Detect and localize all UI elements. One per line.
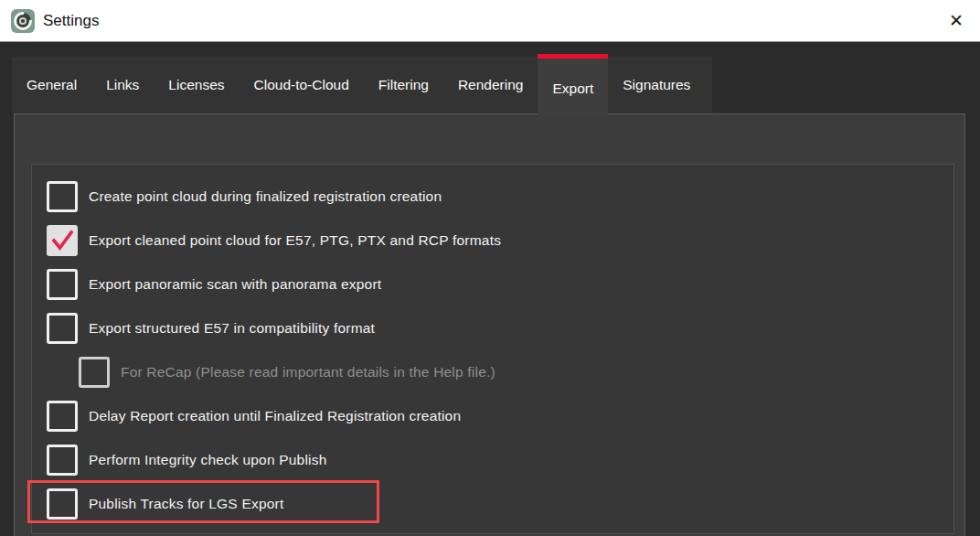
tab-links[interactable]: Links <box>91 57 154 113</box>
checkbox-row: Export structured E57 in compatibility f… <box>47 306 953 350</box>
export-options-groupbox: Create point cloud during finalized regi… <box>31 164 954 534</box>
tab-general[interactable]: General <box>12 57 91 113</box>
tab-signatures[interactable]: Signatures <box>608 57 705 113</box>
checkbox-unchecked[interactable] <box>47 313 78 344</box>
checkbox-unchecked[interactable] <box>47 445 78 476</box>
close-icon[interactable]: ✕ <box>932 0 980 41</box>
export-options-list: Create point cloud during finalized regi… <box>32 165 953 526</box>
checkbox-unchecked[interactable] <box>47 269 78 300</box>
window-title: Settings <box>43 12 99 30</box>
checkbox-unchecked[interactable] <box>79 357 110 388</box>
checkbox-unchecked[interactable] <box>47 181 78 212</box>
tab-cloud-to-cloud[interactable]: Cloud-to-Cloud <box>240 57 364 113</box>
checkbox-checked[interactable] <box>47 225 78 256</box>
checkbox-row: Perform Integrity check upon Publish <box>47 438 953 482</box>
checkbox-label: Publish Tracks for LGS Export <box>89 496 283 512</box>
app-logo-icon <box>11 9 35 33</box>
checkbox-row: Create point cloud during finalized regi… <box>47 175 953 219</box>
tab-export[interactable]: Export <box>538 54 608 114</box>
tab-rendering[interactable]: Rendering <box>443 57 538 113</box>
checkbox-unchecked[interactable] <box>47 401 78 432</box>
checkbox-label: Delay Report creation until Finalized Re… <box>89 408 461 424</box>
checkbox-row: Export cleaned point cloud for E57, PTG,… <box>47 219 953 263</box>
checkbox-label: Export panoramic scan with panorama expo… <box>89 276 381 293</box>
tab-filtering[interactable]: Filtering <box>364 57 443 113</box>
checkbox-row: Export panoramic scan with panorama expo… <box>47 263 953 306</box>
checkbox-label: Perform Integrity check upon Publish <box>89 452 327 468</box>
checkbox-row: For ReCap (Please read important details… <box>79 350 953 394</box>
checkbox-label: Export cleaned point cloud for E57, PTG,… <box>89 232 501 249</box>
checkbox-label: Create point cloud during finalized regi… <box>89 188 442 205</box>
export-tab-panel: Create point cloud during finalized regi… <box>14 113 965 536</box>
checkmark-icon <box>48 227 76 254</box>
title-bar: Settings ✕ <box>0 0 980 42</box>
checkbox-unchecked[interactable] <box>47 488 78 520</box>
checkbox-row: Delay Report creation until Finalized Re… <box>47 394 953 438</box>
settings-window: Settings ✕ GeneralLinksLicensesCloud-to-… <box>0 0 980 536</box>
settings-tab-strip: GeneralLinksLicensesCloud-to-CloudFilter… <box>12 57 712 113</box>
tab-licenses[interactable]: Licenses <box>154 57 239 113</box>
checkbox-label: For ReCap (Please read important details… <box>121 364 495 381</box>
checkbox-label: Export structured E57 in compatibility f… <box>89 320 375 337</box>
checkbox-row: Publish Tracks for LGS Export <box>47 482 953 526</box>
